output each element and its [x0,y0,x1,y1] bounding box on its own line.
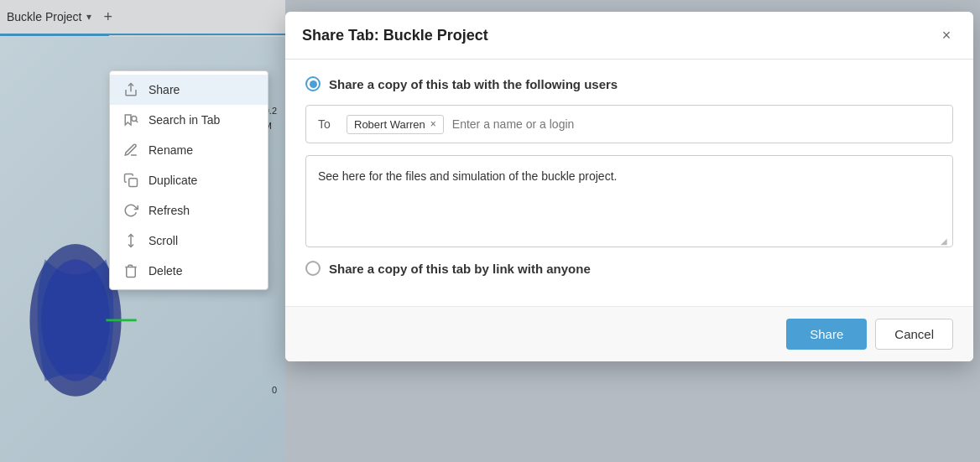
recipient-tag[interactable]: Robert Warren × [347,115,444,134]
cancel-button[interactable]: Cancel [875,319,953,350]
message-textarea[interactable]: See here for the files and simulation of… [305,155,953,247]
search-tab-icon [123,112,138,127]
delete-icon [123,263,138,278]
to-field: To Robert Warren × [305,105,953,143]
share-by-link-label: Share a copy of this tab by link with an… [329,262,591,276]
menu-item-delete[interactable]: Delete [110,256,268,286]
modal-title: Share Tab: Buckle Project [302,27,488,44]
message-text: See here for the files and simulation of… [318,169,617,183]
menu-item-share-label: Share [149,83,180,96]
scroll-icon [123,233,138,248]
refresh-icon [123,203,138,218]
radio-share-users[interactable] [305,76,321,91]
share-with-users-label: Share a copy of this tab with the follow… [329,77,618,91]
menu-item-refresh-label: Refresh [149,204,190,217]
menu-item-search-label: Search in Tab [149,113,220,127]
radio-share-link[interactable] [305,261,321,276]
context-menu: Share Search in Tab Rename [109,70,268,290]
share-by-link-option[interactable]: Share a copy of this tab by link with an… [305,261,953,276]
modal-header: Share Tab: Buckle Project × [285,12,973,60]
duplicate-icon [123,173,138,188]
menu-item-duplicate[interactable]: Duplicate [110,165,268,195]
share-button[interactable]: Share [786,319,867,350]
menu-item-scroll-label: Scroll [149,234,178,247]
rename-icon [123,143,138,158]
remove-recipient-button[interactable]: × [430,118,436,130]
resize-handle: ◢ [941,235,951,245]
recipient-name: Robert Warren [354,118,425,131]
menu-item-duplicate-label: Duplicate [149,174,197,187]
svg-marker-4 [125,115,131,125]
menu-item-rename[interactable]: Rename [110,135,268,165]
menu-item-scroll[interactable]: Scroll [110,226,268,256]
menu-item-rename-label: Rename [149,143,193,157]
svg-line-6 [136,121,138,122]
svg-point-5 [132,117,137,122]
to-label: To [318,117,338,131]
menu-item-search-in-tab[interactable]: Search in Tab [110,105,268,135]
share-modal: Share Tab: Buckle Project × Share a copy… [285,12,973,361]
share-with-users-option[interactable]: Share a copy of this tab with the follow… [305,76,953,91]
recipient-input[interactable] [452,117,941,131]
menu-item-refresh[interactable]: Refresh [110,195,268,226]
modal-close-button[interactable]: × [936,25,957,45]
share-icon [123,82,138,97]
menu-item-delete-label: Delete [149,264,182,278]
modal-body: Share a copy of this tab with the follow… [285,60,973,306]
modal-footer: Share Cancel [285,306,973,361]
svg-rect-7 [129,179,138,187]
menu-item-share[interactable]: Share [110,75,268,105]
